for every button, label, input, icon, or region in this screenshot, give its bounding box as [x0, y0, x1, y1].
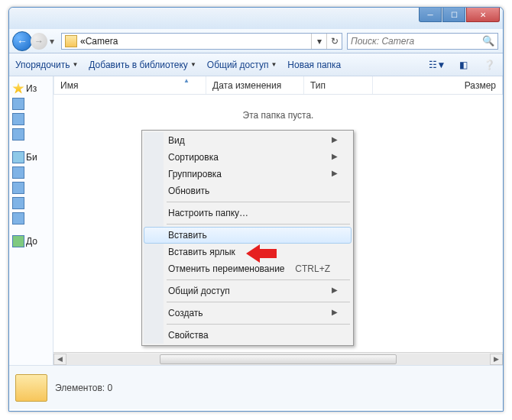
- menu-paste[interactable]: Вставить: [144, 227, 352, 244]
- status-bar: Элементов: 0: [9, 365, 503, 409]
- sidebar-homegroup[interactable]: До: [11, 234, 51, 249]
- share-menu[interactable]: Общий доступ▼: [207, 60, 277, 70]
- add-library-menu[interactable]: Добавить в библиотеку▼: [89, 60, 196, 70]
- sidebar-item[interactable]: [11, 165, 51, 180]
- view-options-button[interactable]: ☷ ▼: [429, 57, 445, 73]
- sidebar-item[interactable]: [11, 195, 51, 211]
- scroll-left-button[interactable]: ◀: [53, 354, 66, 365]
- horizontal-scrollbar[interactable]: ◀ ▶: [53, 352, 503, 365]
- menu-sort[interactable]: Сортировка▶: [144, 149, 352, 166]
- column-date[interactable]: Дата изменения: [206, 76, 304, 94]
- menu-paste-shortcut[interactable]: Вставить ярлык: [144, 244, 352, 260]
- menu-customize-folder[interactable]: Настроить папку…: [144, 205, 352, 221]
- context-menu: Вид▶ Сортировка▶ Группировка▶ Обновить Н…: [141, 130, 354, 346]
- menu-refresh[interactable]: Обновить: [144, 183, 352, 199]
- toolbar: Упорядочить▼ Добавить в библиотеку▼ Общи…: [9, 53, 503, 76]
- menu-share[interactable]: Общий доступ▶: [144, 283, 352, 299]
- menu-group[interactable]: Группировка▶: [144, 166, 352, 183]
- preview-pane-button[interactable]: ◧: [455, 57, 471, 73]
- refresh-button[interactable]: ↻: [326, 34, 342, 49]
- back-button[interactable]: ←: [12, 31, 32, 51]
- explorer-window: ─ ☐ ✕ ← → ▾ « Camera ▾ ↻ 🔍 Упорядочить▼ …: [8, 7, 504, 412]
- sidebar-libraries[interactable]: Би: [11, 150, 51, 165]
- folder-icon: [65, 35, 77, 47]
- folder-icon: [15, 374, 47, 402]
- address-bar[interactable]: « Camera ▾ ↻: [61, 33, 342, 50]
- status-text: Элементов: 0: [55, 383, 112, 393]
- history-dropdown[interactable]: ▾: [47, 32, 57, 50]
- sidebar-item[interactable]: [11, 96, 51, 111]
- column-type[interactable]: Тип: [304, 76, 373, 94]
- address-text: Camera: [86, 36, 311, 47]
- menu-properties[interactable]: Свойства: [144, 327, 352, 344]
- titlebar: ─ ☐ ✕: [9, 8, 503, 29]
- search-input[interactable]: [351, 36, 482, 47]
- scrollbar-thumb[interactable]: [160, 354, 397, 364]
- maximize-button[interactable]: ☐: [442, 8, 465, 22]
- sidebar-item[interactable]: [11, 111, 51, 127]
- sort-indicator-icon: ▲: [183, 77, 190, 84]
- minimize-button[interactable]: ─: [419, 8, 442, 22]
- menu-view[interactable]: Вид▶: [144, 132, 352, 149]
- search-icon[interactable]: 🔍: [482, 35, 494, 47]
- address-prefix: «: [80, 36, 86, 47]
- menu-undo-rename[interactable]: Отменить переименованиеCTRL+Z: [144, 260, 352, 277]
- sidebar-item[interactable]: [11, 211, 51, 226]
- navigation-pane: Из Би До: [9, 76, 53, 365]
- scrollbar-track[interactable]: [66, 354, 490, 365]
- column-headers: ▲ Имя Дата изменения Тип Размер: [53, 76, 503, 95]
- empty-folder-message: Эта папка пуста.: [53, 110, 503, 121]
- forward-button[interactable]: →: [31, 33, 47, 50]
- new-folder-button[interactable]: Новая папка: [287, 60, 341, 70]
- organize-menu[interactable]: Упорядочить▼: [15, 60, 78, 70]
- sidebar-item[interactable]: [11, 127, 51, 142]
- search-box[interactable]: 🔍: [347, 33, 498, 50]
- sidebar-favorites[interactable]: Из: [11, 81, 51, 96]
- menu-new[interactable]: Создать▶: [144, 305, 352, 321]
- column-size[interactable]: Размер: [373, 76, 503, 94]
- scroll-right-button[interactable]: ▶: [490, 354, 503, 365]
- window-controls: ─ ☐ ✕: [418, 8, 500, 22]
- navigation-bar: ← → ▾ « Camera ▾ ↻ 🔍: [9, 29, 503, 53]
- address-dropdown[interactable]: ▾: [311, 34, 326, 49]
- close-button[interactable]: ✕: [466, 8, 500, 22]
- sidebar-item[interactable]: [11, 180, 51, 195]
- help-button[interactable]: ❔: [481, 57, 497, 73]
